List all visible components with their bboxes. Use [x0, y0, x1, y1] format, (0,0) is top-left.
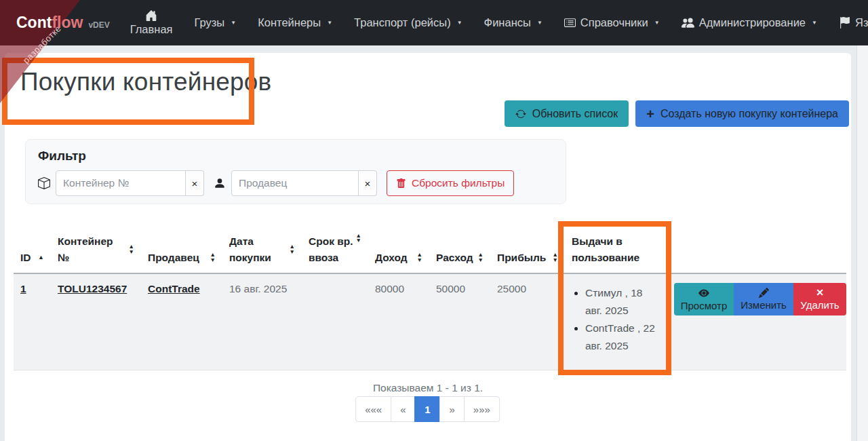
trash-icon: [396, 178, 406, 189]
nav-item-label: Финансы: [484, 16, 531, 29]
sort-icon: ▲▼: [129, 244, 134, 254]
filter-title: Фильтр: [38, 149, 566, 164]
sort-asc-icon: ▲: [38, 253, 44, 263]
sort-icon: ▲▼: [356, 233, 361, 244]
pagination-first-button[interactable]: «««: [355, 396, 391, 422]
container-number-link[interactable]: TOLU1234567: [58, 283, 127, 294]
brand-logo[interactable]: Contflow vDEV: [16, 14, 110, 32]
income-cell: 80000: [368, 273, 429, 370]
brand-version: vDEV: [88, 20, 109, 30]
seller-input[interactable]: [231, 170, 359, 196]
nav-item-label: Администрирование: [699, 16, 806, 29]
col-header-income[interactable]: Доход▲▼: [368, 216, 429, 273]
nav-item-directories[interactable]: Справочники ▼: [564, 16, 660, 29]
eye-icon: [698, 288, 709, 299]
toolbar: Обновить список + Создать новую покупку …: [505, 100, 849, 127]
reset-filters-label: Сбросить фильтры: [412, 177, 505, 189]
caret-down-icon: ▼: [327, 20, 332, 26]
profit-cell: 25000: [490, 273, 565, 370]
nav-item-label: Главная: [130, 23, 173, 36]
pagination-summary: Показываем 1 - 1 из 1.: [5, 382, 851, 394]
pagination-page-1-button[interactable]: 1: [415, 396, 441, 422]
pagination-prev-button[interactable]: «: [391, 396, 415, 422]
purchase-date-cell: 16 авг. 2025: [222, 273, 302, 370]
pencil-icon: [759, 288, 769, 298]
nav-item-finance[interactable]: Финансы ▼: [484, 16, 542, 29]
view-button[interactable]: Просмотр: [674, 283, 734, 315]
col-header-id[interactable]: ID▲: [14, 216, 51, 273]
pagination-next-button[interactable]: »: [440, 396, 465, 422]
navbar: Contflow vDEV Главная Грузы ▼ Контейнеры…: [0, 0, 868, 45]
refresh-list-button[interactable]: Обновить список: [505, 100, 629, 127]
table-header-row: ID▲ Контейнер №▲▼ Продавец▲▼ Дата покупк…: [14, 216, 846, 273]
filter-panel: Фильтр × × Сбросить фильтры: [25, 139, 566, 204]
pagination: ««« « 1 » »»»: [356, 396, 500, 422]
col-header-purchase-date[interactable]: Дата покупки▲▼: [222, 216, 302, 273]
create-purchase-label: Создать новую покупку контейнера: [660, 108, 838, 120]
col-header-actions: [665, 216, 846, 273]
import-term-cell: [302, 273, 368, 370]
refresh-icon: [515, 109, 526, 119]
actions-cell: Просмотр Изменить ✕ Удалить: [665, 273, 846, 370]
filter-row: × × Сбросить фильтры: [38, 170, 514, 196]
clear-seller-filter-button[interactable]: ×: [359, 170, 377, 196]
handover-item: Стимул , 18 авг. 2025: [585, 284, 658, 320]
brand-part1: Cont: [16, 14, 52, 32]
reset-filters-button[interactable]: Сбросить фильтры: [387, 170, 514, 196]
create-purchase-button[interactable]: + Создать новую покупку контейнера: [635, 100, 849, 127]
caret-down-icon: ▼: [812, 20, 817, 26]
person-icon: [214, 177, 226, 189]
expense-cell: 50000: [429, 273, 490, 370]
col-header-seller[interactable]: Продавец▲▼: [141, 216, 222, 273]
caret-down-icon: ▼: [537, 20, 542, 26]
col-header-expense[interactable]: Расход▲▼: [429, 216, 490, 273]
handover-item: ContTrade , 22 авг. 2025: [585, 320, 658, 355]
seller-link[interactable]: ContTrade: [148, 283, 200, 294]
sort-icon: ▲▼: [290, 244, 295, 254]
table-row: 1 TOLU1234567 ContTrade 16 авг. 2025 800…: [14, 273, 846, 370]
caret-down-icon: ▼: [654, 20, 660, 26]
nav-item-transport[interactable]: Транспорт (рейсы) ▼: [354, 16, 462, 29]
purchases-table: ID▲ Контейнер №▲▼ Продавец▲▼ Дата покупк…: [14, 216, 846, 370]
handover-cell: Стимул , 18 авг. 2025 ContTrade , 22 авг…: [565, 273, 665, 370]
content-card: Покупки контейнеров Обновить список + Со…: [5, 53, 851, 441]
card-list-icon: [564, 17, 576, 28]
caret-down-icon: ▼: [231, 20, 236, 26]
sort-icon: ▲▼: [210, 252, 216, 263]
nav-item-language[interactable]: Язык ▼: [839, 16, 868, 29]
pagination-last-button[interactable]: »»»: [464, 396, 500, 422]
nav-item-administration[interactable]: Администрирование ▼: [682, 16, 817, 29]
nav-item-label: Транспорт (рейсы): [354, 16, 451, 29]
flag-icon: [839, 17, 850, 28]
row-id-link[interactable]: 1: [20, 283, 26, 294]
edit-button[interactable]: Изменить: [734, 283, 793, 315]
col-header-handover: Выдачи в пользование: [565, 216, 665, 273]
x-icon: ✕: [816, 288, 824, 298]
container-number-input[interactable]: [56, 170, 186, 196]
home-icon: [145, 9, 157, 22]
clear-container-filter-button[interactable]: ×: [186, 170, 204, 196]
nav-item-cargo[interactable]: Грузы ▼: [195, 16, 237, 29]
sort-icon: ▲▼: [478, 252, 484, 263]
container-box-icon: [38, 177, 50, 189]
delete-button[interactable]: ✕ Удалить: [793, 283, 846, 315]
col-header-container[interactable]: Контейнер №▲▼: [51, 216, 141, 273]
sort-icon: ▲▼: [417, 252, 422, 263]
nav-item-label: Контейнеры: [258, 16, 321, 29]
edit-label: Изменить: [741, 299, 787, 311]
nav-item-home[interactable]: Главная: [130, 9, 173, 36]
col-header-profit[interactable]: Прибыль▲▼: [490, 216, 565, 273]
sort-icon: ▲▼: [553, 252, 558, 263]
caret-down-icon: ▼: [457, 20, 462, 26]
col-header-import-term[interactable]: Срок вр. ввоза▲▼: [302, 216, 368, 273]
brand-part2: flow: [52, 14, 83, 32]
nav-item-label: Грузы: [195, 16, 225, 29]
refresh-list-label: Обновить список: [532, 108, 618, 120]
page-title: Покупки контейнеров: [20, 68, 271, 96]
plus-icon: +: [646, 107, 654, 121]
vertical-scrollbar[interactable]: [856, 45, 868, 441]
nav-item-containers[interactable]: Контейнеры ▼: [258, 16, 332, 29]
people-icon: [682, 16, 694, 29]
nav-item-label: Язык: [855, 16, 868, 29]
view-label: Просмотр: [681, 300, 728, 311]
